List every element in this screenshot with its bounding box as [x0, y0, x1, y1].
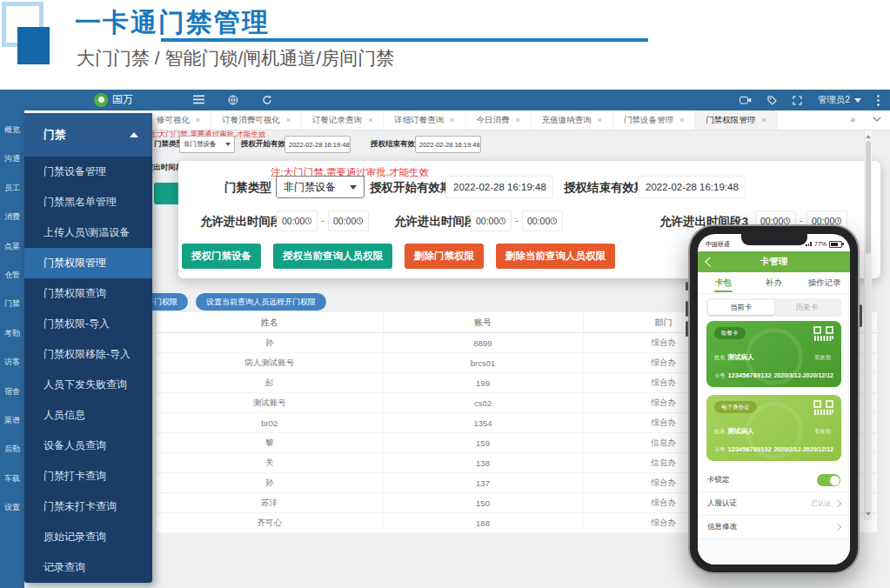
tab-close-icon[interactable]: × — [450, 116, 454, 124]
time-input[interactable]: 00:00 — [471, 210, 512, 231]
sidebar-item[interactable]: 概览 — [0, 118, 24, 147]
e-id-card[interactable]: 电子身份证 姓名测试病人 有效期 卡号123456789132 2020/2/1… — [706, 395, 841, 461]
face-auth-row[interactable]: 人脸认证 已认证 — [698, 492, 850, 516]
phone-page-title: 卡管理 — [760, 256, 788, 268]
phone-tab[interactable]: 补办 — [748, 272, 799, 293]
menu-item[interactable]: 原始记录查询 — [24, 522, 152, 552]
bg-auth-start-input[interactable]: 2022-02-28 16:19:48 — [284, 136, 351, 153]
card-lock-toggle[interactable] — [817, 474, 840, 486]
phone-filler — [698, 539, 850, 565]
tab-item[interactable]: 订餐消费可视化× — [211, 110, 302, 130]
tab-close-icon[interactable]: × — [516, 116, 520, 124]
tag-icon[interactable] — [767, 96, 777, 105]
door-type-select[interactable]: 非门禁设备 — [276, 176, 365, 198]
tab-item[interactable]: 修可视化× — [146, 110, 211, 130]
menu-header[interactable]: 门禁 — [24, 113, 152, 157]
tab-close-icon[interactable]: × — [286, 116, 291, 124]
menu-item[interactable]: 门禁权限管理 — [24, 248, 152, 278]
auth-start-input[interactable]: 2022-02-28 16:19:48 — [445, 176, 553, 198]
tab-item[interactable]: 今日消费× — [466, 110, 532, 130]
sidebar-item[interactable]: 考勤 — [0, 322, 24, 351]
refresh-icon[interactable] — [262, 95, 272, 105]
table-cell: br02 — [157, 413, 383, 433]
bg-door-type-select[interactable]: 非门禁设备 — [179, 136, 235, 153]
more-options-icon[interactable] — [877, 95, 880, 106]
hamburger-menu-icon[interactable] — [193, 95, 204, 104]
action-button[interactable]: 授权门禁设备 — [182, 244, 261, 269]
sidebar-item[interactable]: 点菜 — [0, 235, 24, 264]
menu-item[interactable]: 人员信息 — [24, 400, 152, 431]
battery-icon — [829, 241, 842, 248]
menu-item[interactable]: 记录查询 — [24, 552, 152, 583]
action-button[interactable]: 删除当前查询人员权限 — [496, 244, 615, 269]
menu-item[interactable]: 门禁未打卡查询 — [24, 491, 152, 522]
card-info: 姓名测试病人 有效期 卡号123456789132 2020/3/12-2020… — [714, 344, 833, 381]
sidebar-item[interactable]: 后勤 — [0, 438, 24, 466]
tab-close-icon[interactable]: × — [196, 116, 200, 124]
qr-code-icon[interactable] — [813, 400, 834, 416]
table-cell: 1354 — [383, 413, 583, 433]
tab-item[interactable]: 门禁设备管理× — [613, 110, 695, 130]
menu-item[interactable]: 设备人员查询 — [24, 431, 152, 461]
back-icon[interactable] — [705, 257, 714, 266]
sidebar-item[interactable]: 宿舍 — [0, 380, 24, 409]
menu-items: 门禁设备管理门禁黑名单管理上传人员\测温设备门禁权限管理门禁权限查询门禁权限-导… — [24, 157, 152, 583]
sidebar-item[interactable]: 沟通 — [0, 147, 24, 176]
tab-close-icon[interactable]: × — [598, 116, 602, 124]
tab-label: 订餐记录查询 — [312, 115, 362, 126]
vertical-scrollbar[interactable] — [864, 130, 872, 520]
tab-item[interactable]: 详细订餐查询× — [384, 110, 465, 130]
info-edit-row[interactable]: 信息修改 — [698, 516, 850, 539]
action-button[interactable]: 授权当前查询人员权限 — [273, 244, 392, 269]
time-value: 00:00 — [476, 216, 499, 226]
battery-percent: 77% — [814, 241, 826, 247]
menu-item[interactable]: 门禁权限查询 — [24, 278, 152, 309]
meal-card[interactable]: 取餐卡 姓名测试病人 有效期 卡号123456789132 2020/3/12-… — [706, 321, 841, 387]
fullscreen-icon[interactable] — [793, 96, 802, 105]
scroll-up-icon[interactable] — [866, 132, 871, 138]
sidebar-item[interactable]: 门禁 — [0, 292, 24, 321]
sidebar-item[interactable]: 仓管 — [0, 264, 24, 292]
table-cell: 137 — [383, 473, 583, 493]
remote-open-pill[interactable]: 设置当前查询人员远程开门权限 — [196, 293, 326, 311]
tabs-more-icon[interactable]: » — [850, 114, 855, 124]
menu-item[interactable]: 门禁黑名单管理 — [24, 187, 152, 217]
phone-subtab[interactable]: 当前卡 — [708, 300, 774, 315]
sidebar-item[interactable]: 设置 — [0, 496, 24, 525]
card-lock-row[interactable]: 卡锁定 — [698, 469, 850, 492]
camera-icon[interactable] — [739, 96, 752, 104]
tab-close-icon[interactable]: × — [679, 116, 684, 124]
tab-item[interactable]: 订餐记录查询× — [302, 110, 384, 130]
bg-auth-end-input[interactable]: 2022-02-28 16:19:48 — [415, 136, 481, 153]
menu-item[interactable]: 门禁打卡查询 — [24, 461, 152, 491]
sidebar-item[interactable]: 消费 — [0, 205, 24, 234]
sidebar-item[interactable]: 员工 — [0, 177, 24, 205]
menu-item[interactable]: 门禁权限移除-导入 — [24, 339, 152, 370]
time-input[interactable]: 00:00 — [328, 210, 369, 231]
menu-item[interactable]: 门禁权限-导入 — [24, 309, 152, 339]
time-input[interactable]: 00:00 — [522, 210, 563, 231]
globe-icon[interactable] — [228, 95, 238, 105]
tab-item[interactable]: 门禁权限管理× — [695, 110, 777, 130]
menu-item[interactable]: 人员下发失败查询 — [24, 370, 152, 400]
auth-end-input[interactable]: 2022-02-28 16:19:48 — [638, 176, 746, 198]
scrollbar-thumb[interactable] — [866, 141, 871, 254]
bg-door-type-value: 非门禁设备 — [184, 140, 217, 149]
tabs-collapse-icon[interactable] — [873, 117, 881, 122]
phone-subtab[interactable]: 历史卡 — [774, 300, 840, 315]
sidebar-item[interactable]: 菜谱 — [0, 409, 24, 438]
scroll-down-icon[interactable] — [866, 512, 871, 518]
action-button[interactable]: 删除门禁权限 — [405, 244, 484, 269]
phone-tab[interactable]: 操作记录 — [800, 272, 850, 293]
menu-item[interactable]: 门禁设备管理 — [24, 157, 152, 187]
sidebar-item[interactable]: 访客 — [0, 351, 24, 379]
tab-close-icon[interactable]: × — [368, 116, 372, 124]
time-input[interactable]: 00:00 — [277, 210, 318, 231]
tab-item[interactable]: 充值缴纳查询× — [532, 110, 613, 130]
tab-close-icon[interactable]: × — [761, 116, 766, 124]
user-menu[interactable]: 管理员2 — [818, 94, 861, 106]
qr-code-icon[interactable] — [813, 326, 834, 342]
menu-item[interactable]: 上传人员\测温设备 — [24, 217, 152, 248]
sidebar-item[interactable]: 车载 — [0, 467, 24, 496]
phone-tab[interactable]: 卡包 — [698, 272, 748, 293]
